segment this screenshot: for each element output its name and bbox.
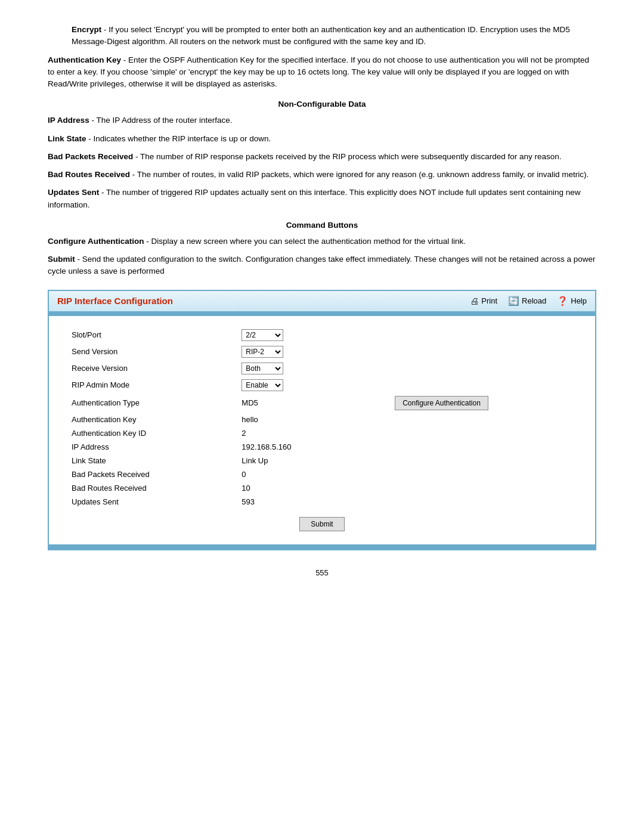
receive-version-label: Receive Version <box>67 360 237 377</box>
auth-type-action: Configure Authentication <box>390 394 577 413</box>
rip-admin-mode-value: Enable Disable <box>237 377 390 394</box>
receive-version-row: Receive Version RIP-1 RIP-2 Both <box>67 360 577 377</box>
help-label: Help <box>571 296 587 305</box>
submit-bold: Submit <box>48 255 75 264</box>
send-version-row: Send Version RIP-1 RIP-2 Both <box>67 343 577 360</box>
send-version-value: RIP-1 RIP-2 Both <box>237 343 390 360</box>
link-state-row: Link State Link Up <box>67 454 577 467</box>
bad-packets-value: 0 <box>237 467 390 481</box>
bad-packets-row: Bad Packets Received 0 <box>67 467 577 481</box>
bad-routes-paragraph: Bad Routes Received - The number of rout… <box>48 169 596 181</box>
bad-routes-label: Bad Routes Received <box>67 481 237 495</box>
slot-port-action <box>390 327 577 343</box>
bad-packets-text: - The number of RIP response packets rec… <box>133 152 561 161</box>
form-table: Slot/Port 2/2 Send Version RIP-1 <box>67 327 577 509</box>
command-buttons-heading: Command Buttons <box>48 221 596 230</box>
rip-admin-mode-label: RIP Admin Mode <box>67 377 237 394</box>
updates-sent-text: - The number of triggered RIP updates ac… <box>48 188 580 209</box>
bad-packets-bold: Bad Packets Received <box>48 152 133 161</box>
auth-key-bold: Authentication Key <box>48 55 121 64</box>
auth-type-label: Authentication Type <box>67 394 237 413</box>
content-area: Encrypt - If you select 'Encrypt' you wi… <box>48 24 596 577</box>
rip-panel: RIP Interface Configuration 🖨 Print 🔄 Re… <box>48 290 596 550</box>
panel-header: RIP Interface Configuration 🖨 Print 🔄 Re… <box>49 291 595 312</box>
updates-sent-paragraph: Updates Sent - The number of triggered R… <box>48 187 596 211</box>
submit-text: - Send the updated configuration to the … <box>48 255 596 275</box>
bad-routes-action <box>390 481 577 495</box>
send-version-action <box>390 343 577 360</box>
receive-version-select[interactable]: RIP-1 RIP-2 Both <box>242 363 283 374</box>
submit-paragraph: Submit - Send the updated configuration … <box>48 253 596 278</box>
updates-sent-label: Updates Sent <box>67 495 237 509</box>
slot-port-select[interactable]: 2/2 <box>242 329 283 341</box>
encrypt-bold: Encrypt <box>72 25 101 34</box>
ip-address-label: IP Address <box>67 440 237 454</box>
ip-address-bold: IP Address <box>48 116 89 125</box>
link-state-bold: Link State <box>48 134 86 143</box>
ip-address-paragraph: IP Address - The IP Address of the route… <box>48 114 596 126</box>
configure-auth-text: - Display a new screen where you can sel… <box>144 237 466 246</box>
bad-routes-row: Bad Routes Received 10 <box>67 481 577 495</box>
submit-button[interactable]: Submit <box>299 517 344 531</box>
configure-auth-button[interactable]: Configure Authentication <box>395 396 488 410</box>
bad-packets-label: Bad Packets Received <box>67 467 237 481</box>
rip-admin-action <box>390 377 577 394</box>
slot-port-value: 2/2 <box>237 327 390 343</box>
bad-routes-value: 10 <box>237 481 390 495</box>
bad-packets-paragraph: Bad Packets Received - The number of RIP… <box>48 151 596 163</box>
updates-sent-action <box>390 495 577 509</box>
ip-address-text: - The IP Address of the router interface… <box>89 116 233 125</box>
print-label: Print <box>481 296 497 305</box>
encrypt-paragraph: Encrypt - If you select 'Encrypt' you wi… <box>72 24 596 48</box>
updates-sent-value: 593 <box>237 495 390 509</box>
updates-sent-row: Updates Sent 593 <box>67 495 577 509</box>
print-icon: 🖨 <box>470 296 479 306</box>
receive-version-action <box>390 360 577 377</box>
receive-version-value: RIP-1 RIP-2 Both <box>237 360 390 377</box>
auth-key-paragraph: Authentication Key - Enter the OSPF Auth… <box>48 54 596 91</box>
auth-key-label: Authentication Key <box>67 413 237 426</box>
updates-sent-bold: Updates Sent <box>48 188 99 197</box>
slot-port-row: Slot/Port 2/2 <box>67 327 577 343</box>
non-configurable-heading: Non-Configurable Data <box>48 100 596 109</box>
encrypt-text: - If you select 'Encrypt' you will be pr… <box>72 25 570 46</box>
auth-key-text: - Enter the OSPF Authentication Key for … <box>48 55 589 89</box>
auth-key-id-row: Authentication Key ID 2 <box>67 426 577 440</box>
panel-actions: 🖨 Print 🔄 Reload ❓ Help <box>470 296 587 306</box>
help-button[interactable]: ❓ Help <box>557 296 587 306</box>
reload-label: Reload <box>522 296 546 305</box>
reload-icon: 🔄 <box>508 296 519 306</box>
auth-key-id-action <box>390 426 577 440</box>
panel-footer <box>49 544 595 549</box>
link-state-label: Link State <box>67 454 237 467</box>
rip-panel-wrapper: RIP Interface Configuration 🖨 Print 🔄 Re… <box>48 290 596 550</box>
auth-key-action <box>390 413 577 426</box>
auth-type-row: Authentication Type MD5 Configure Authen… <box>67 394 577 413</box>
link-state-text: - Indicates whether the RIP interface is… <box>86 134 271 143</box>
help-icon: ❓ <box>557 296 568 306</box>
reload-button[interactable]: 🔄 Reload <box>508 296 546 306</box>
ip-address-row: IP Address 192.168.5.160 <box>67 440 577 454</box>
configure-auth-paragraph: Configure Authentication - Display a new… <box>48 236 596 247</box>
link-state-paragraph: Link State - Indicates whether the RIP i… <box>48 133 596 145</box>
configure-auth-bold: Configure Authentication <box>48 237 144 246</box>
link-state-value: Link Up <box>237 454 390 467</box>
page-number: 555 <box>48 568 596 577</box>
print-button[interactable]: 🖨 Print <box>470 296 497 306</box>
send-version-label: Send Version <box>67 343 237 360</box>
auth-type-value: MD5 <box>237 394 390 413</box>
rip-admin-mode-select[interactable]: Enable Disable <box>242 379 283 391</box>
bad-routes-text: - The number of routes, in valid RIP pac… <box>130 170 589 179</box>
ip-address-action <box>390 440 577 454</box>
link-state-action <box>390 454 577 467</box>
slot-port-label: Slot/Port <box>67 327 237 343</box>
panel-body: Slot/Port 2/2 Send Version RIP-1 <box>49 316 595 544</box>
send-version-select[interactable]: RIP-1 RIP-2 Both <box>242 346 283 358</box>
ip-address-value: 192.168.5.160 <box>237 440 390 454</box>
auth-key-value: hello <box>237 413 390 426</box>
auth-key-row: Authentication Key hello <box>67 413 577 426</box>
panel-title: RIP Interface Configuration <box>57 296 173 306</box>
rip-admin-mode-row: RIP Admin Mode Enable Disable <box>67 377 577 394</box>
auth-key-id-label: Authentication Key ID <box>67 426 237 440</box>
bad-packets-action <box>390 467 577 481</box>
